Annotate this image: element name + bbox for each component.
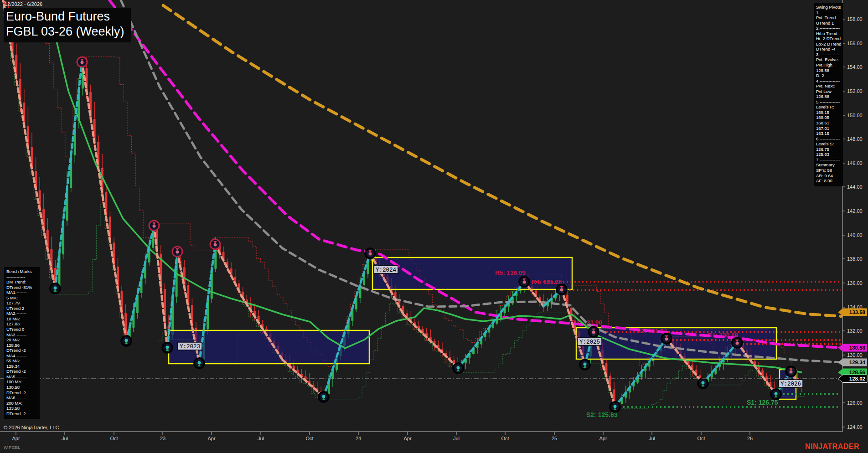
time-axis-label: Oct [110,436,118,441]
pivot-low-marker [453,363,463,373]
time-axis-label: Apr [12,436,20,441]
pivot-low-marker [194,358,204,368]
price-axis-label: 150.00 [847,113,863,118]
panel-line: 133.58 [6,406,38,411]
price-axis-label: 140.00 [847,232,863,238]
pivot-low-marker [771,389,781,399]
panel-line: 100 MA: [6,379,38,385]
panel-line: 5 MA: [6,295,38,301]
pivot-high-marker [365,248,375,258]
panel-line: MA3.------- [6,332,38,338]
chart-canvas[interactable]: R5: 136.09R4: 135.35R3: 131.90R2: 131.24… [0,0,868,453]
panel-line: 168.61 [816,120,842,126]
price-axis-label: 132.00 [847,328,863,334]
year-label: Y:2026 [779,380,803,387]
panel-line: Pvt. Evolve: [816,57,842,62]
time-axis-label: Oct [697,436,705,441]
time-axis-label: Jul [62,436,68,441]
ma-55-line [121,0,841,362]
price-tag: 130.58 [838,344,867,352]
panel-line: 163.15 [816,131,842,136]
panel-line: 200 MA: [6,401,38,406]
price-axis-label: 146.00 [847,160,863,166]
title-line1: Euro-Bund Futures [6,10,110,23]
panel-line: 126.75 [816,147,842,152]
panel-line: DTrend -2 [6,411,38,417]
time-axis-label: 25 [552,436,557,441]
panel-line: 169.15 [816,110,842,115]
panel-line: UTrend 1 [816,21,842,26]
panel-line: BM Trend: [6,279,38,285]
time-axis-label: Apr [599,436,607,441]
svg-text:129.34: 129.34 [849,360,866,365]
panel-line: UTrend 0 [6,327,38,332]
title-line2: FGBL 03-26 (Weekly) [6,25,124,38]
svg-text:Y:2025: Y:2025 [579,339,600,345]
panel-line: Swing Pivots [816,5,842,10]
panel-line: Bench Marks [6,269,38,274]
panel-line: DTrend -4 [816,46,842,52]
copyright-label: © 2026 NinjaTrader, LLC [4,425,59,430]
panel-line: 127.83 [6,321,38,327]
pivot-high-marker [210,239,220,249]
time-axis-label: Apr [207,436,215,441]
panel-line: UTrend 2 [6,306,38,311]
panel-line: Pvt. Next: [816,83,842,89]
price-tag: 129.34 [838,359,867,366]
pivot-low-marker [319,392,329,402]
panel-line: 10 MA: [6,316,38,322]
panel-line: DTrend -81% [6,285,38,290]
bench-marks-panel: Bench Marks-------------BM Trend:DTrend … [4,267,40,419]
swing-pivots-panel: Swing Pivots1.--------------Pvt. Trend:U… [814,3,843,186]
panel-line: MA5.------- [6,374,38,380]
panel-line: 128.58 [816,68,842,73]
panel-line: 169.05 [816,115,842,120]
panel-line: MA2.------- [6,311,38,316]
pivot-low-marker [50,283,60,293]
svg-text:128.02: 128.02 [849,376,865,381]
support-label: S1: 126.75 [747,399,778,406]
panel-line: 126.88 [816,94,842,99]
price-tag: 128.02 [838,375,867,383]
panel-line: 7.-------------- [816,157,842,163]
svg-text:Y:2026: Y:2026 [780,381,801,387]
pivot-low-marker [580,360,590,370]
panel-line: DTrend -2 [6,390,38,396]
pivot-high-marker [172,247,182,257]
time-axis-label: 26 [747,436,753,441]
ma-100-line [109,0,841,348]
time-axis-label: Jul [649,436,655,441]
pivot-high-marker [661,334,672,344]
pivot-high-marker [589,327,599,337]
time-axis-label: 23 [160,436,165,441]
price-axis-label: 136.00 [847,280,863,286]
svg-text:Y:2024: Y:2024 [376,267,396,273]
support-level: S2: 125.63 [586,407,841,418]
ninjatrader-logo: NINJATRADER [805,443,859,451]
panel-line: ------------- [6,274,38,280]
panel-line: SP's: 58 [816,168,842,173]
year-label: Y:2025 [578,338,602,345]
panel-line: D: 2 [816,73,842,78]
pivot-low-marker [610,402,620,412]
price-axis-label: 156.00 [847,41,863,46]
price-axis-label: 154.00 [847,64,863,70]
pivot-low-marker [698,378,708,388]
ninjatrader-chart-window: R5: 136.09R4: 135.35R3: 131.90R2: 131.24… [0,0,868,453]
time-axis-label: Jul [453,436,460,441]
price-tag: 133.58 [838,309,867,316]
pivot-high-marker [732,338,742,348]
price-axis-label: 158.00 [847,16,863,22]
panel-line: MA6.------- [6,395,38,401]
time-axis-label: Oct [305,436,313,441]
instrument-title: Euro-Bund FuturesFGBL 03-26 (Weekly) [4,8,131,42]
svg-text:Y:2023: Y:2023 [180,344,200,350]
panel-line: 1.-------------- [816,10,842,15]
panel-line: 55 MA: [6,358,38,364]
panel-line: 6.-------------- [816,136,842,142]
price-axis-label: 126.00 [847,400,863,406]
svg-text:130.58: 130.58 [849,345,866,350]
year-label: Y:2023 [178,342,202,350]
panel-line: 2.-------------- [816,26,842,31]
panel-line: Levels S: [816,141,842,147]
